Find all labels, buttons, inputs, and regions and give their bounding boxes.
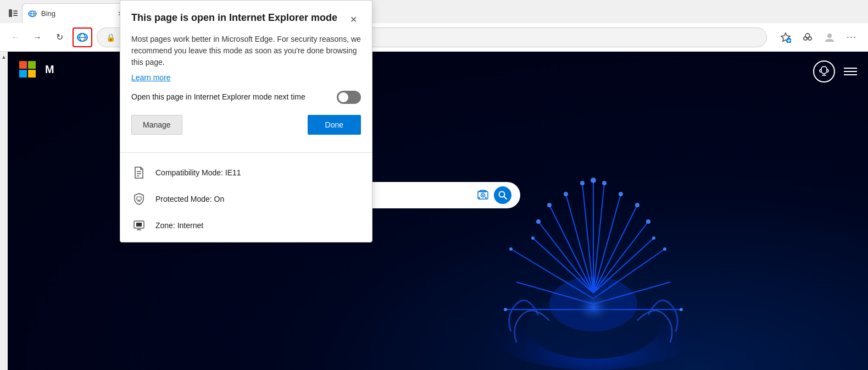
ie-mode-popup: This page is open in Internet Explorer m…	[120, 0, 372, 242]
toolbar-right: ···	[776, 27, 861, 47]
svg-point-56	[566, 277, 621, 321]
popup-body: Most pages work better in Microsoft Edge…	[120, 34, 372, 152]
protected-mode-text: Protected Mode: On	[155, 195, 224, 203]
svg-point-45	[602, 181, 607, 185]
svg-rect-58	[28, 61, 36, 69]
zone-row: Zone: Internet	[120, 212, 372, 242]
bing-logo-text: M	[45, 63, 54, 76]
menu-line-1	[844, 68, 857, 69]
svg-rect-72	[137, 197, 141, 200]
svg-point-16	[804, 37, 807, 40]
svg-rect-2	[13, 13, 18, 14]
svg-rect-3	[13, 15, 18, 16]
popup-close-button[interactable]: ✕	[346, 12, 361, 27]
svg-rect-1	[13, 10, 18, 12]
svg-point-54	[504, 308, 507, 311]
svg-rect-57	[19, 61, 27, 69]
svg-point-51	[531, 236, 535, 240]
done-button[interactable]: Done	[308, 115, 361, 135]
svg-point-17	[808, 37, 811, 40]
ie-mode-toggle[interactable]	[337, 91, 361, 104]
svg-rect-0	[9, 9, 12, 17]
protected-mode-row: Protected Mode: On	[120, 186, 372, 212]
collections-button[interactable]	[798, 27, 817, 47]
popup-buttons: Manage Done	[131, 115, 361, 135]
manage-button[interactable]: Manage	[131, 115, 182, 135]
toggle-knob	[338, 92, 348, 102]
zone-icon	[131, 218, 147, 233]
search-icons	[476, 186, 511, 204]
microsoft-logo	[19, 60, 36, 78]
svg-rect-59	[19, 70, 27, 78]
lock-icon: 🔒	[106, 33, 115, 42]
popup-header: This page is open in Internet Explorer m…	[120, 1, 372, 34]
svg-rect-60	[28, 70, 36, 78]
zone-text: Zone: Internet	[155, 221, 203, 230]
popup-divider	[120, 152, 372, 153]
svg-point-43	[580, 181, 585, 185]
svg-rect-76	[136, 223, 142, 227]
svg-point-19	[827, 34, 832, 38]
svg-point-66	[482, 194, 484, 196]
svg-point-53	[663, 247, 666, 251]
active-tab[interactable]: e Bing ✕	[22, 3, 132, 23]
refresh-button[interactable]: ↻	[51, 29, 68, 46]
profile-button[interactable]	[820, 27, 839, 47]
shield-icon	[131, 191, 147, 207]
svg-point-52	[509, 247, 513, 251]
learn-more-link[interactable]: Learn more	[131, 73, 171, 82]
svg-point-55	[680, 308, 683, 311]
bing-trophy-button[interactable]	[813, 60, 835, 82]
svg-line-68	[504, 196, 507, 199]
svg-point-46	[619, 192, 623, 196]
tab-title: Bing	[41, 9, 110, 18]
popup-toggle-row: Open this page in Internet Explorer mode…	[131, 91, 361, 104]
biolum-image	[429, 95, 758, 370]
svg-point-44	[591, 178, 596, 183]
svg-point-48	[646, 219, 650, 224]
document-icon	[131, 165, 147, 180]
svg-point-42	[564, 192, 568, 196]
compatibility-mode-text: Compatibility Mode: IE11	[155, 168, 241, 177]
svg-point-50	[536, 219, 541, 224]
popup-description: Most pages work better in Microsoft Edge…	[131, 34, 361, 68]
popup-title: This page is open in Internet Explorer m…	[131, 12, 346, 24]
sidebar-toggle[interactable]	[4, 3, 22, 23]
visual-search-icon[interactable]	[476, 189, 489, 202]
tab-favicon: e	[28, 9, 37, 18]
menu-line-2	[844, 71, 857, 72]
favorites-button[interactable]	[776, 27, 795, 47]
search-button[interactable]	[494, 186, 511, 204]
settings-more-button[interactable]: ···	[842, 27, 861, 47]
svg-point-41	[547, 203, 552, 207]
forward-button[interactable]: →	[29, 29, 46, 46]
compatibility-mode-row: Compatibility Mode: IE11	[120, 159, 372, 186]
ie-mode-icon-button[interactable]: e	[73, 27, 92, 47]
left-edge: ▲	[0, 52, 8, 370]
back-button[interactable]: ←	[7, 29, 24, 46]
svg-text:e: e	[83, 37, 86, 42]
svg-point-47	[635, 203, 639, 207]
scroll-arrow-up: ▲	[1, 54, 7, 60]
svg-point-49	[652, 236, 655, 240]
menu-line-3	[844, 74, 857, 75]
bing-menu-button[interactable]	[844, 68, 857, 75]
bing-nav-right	[813, 60, 857, 82]
popup-toggle-label: Open this page in Internet Explorer mode…	[131, 92, 305, 103]
